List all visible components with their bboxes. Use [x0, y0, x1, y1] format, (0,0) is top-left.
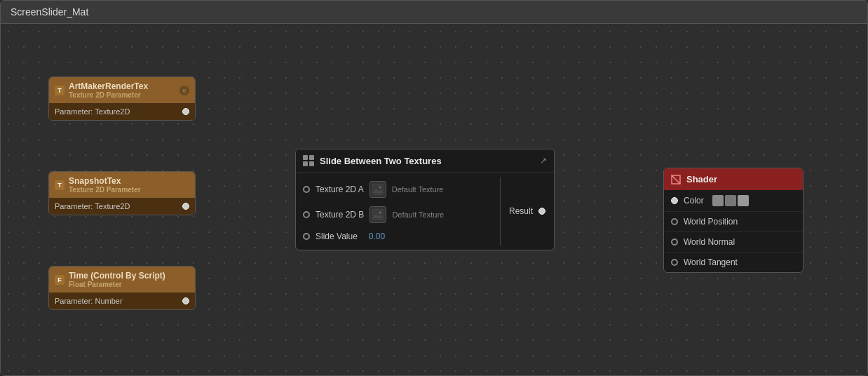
node-snapshot-subtitle: Texture 2D Parameter: [69, 186, 141, 194]
node-snapshot-icon: T: [55, 180, 65, 190]
node-artmaker-settings[interactable]: ○: [179, 86, 189, 95]
shader-world-position-connector[interactable]: [671, 218, 678, 225]
node-time-header: F Time (Control By Script) Float Paramet…: [49, 267, 195, 293]
node-time-subtitle: Float Parameter: [69, 281, 165, 288]
node-shader-header: Shader: [664, 168, 803, 190]
node-slide-input-a: Texture 2D A Default Texture: [296, 177, 500, 202]
shader-row-world-tangent: World Tangent: [664, 253, 803, 272]
shader-world-normal-connector[interactable]: [671, 239, 678, 246]
shader-row-world-position: World Position: [664, 212, 803, 232]
svg-point-5: [379, 211, 381, 214]
slide-input-b-connector[interactable]: [303, 211, 310, 218]
slide-input-b-label: Texture 2D B: [316, 210, 364, 220]
slide-input-b-texture[interactable]: [369, 206, 386, 223]
title-bar: ScreenSlider_Mat: [1, 1, 867, 24]
main-window: ScreenSlider_Mat T ArtMakerRenderTex Tex…: [0, 0, 868, 376]
color-swatch-2: [725, 195, 736, 206]
node-artmaker-header: T ArtMakerRenderTex Texture 2D Parameter…: [49, 77, 195, 103]
color-preview: [712, 195, 749, 206]
slide-input-a-connector[interactable]: [303, 186, 310, 193]
slide-input-a-texture-name: Default Texture: [392, 185, 444, 194]
slide-output-label: Result: [509, 206, 533, 216]
node-time[interactable]: F Time (Control By Script) Float Paramet…: [48, 266, 196, 310]
node-time-output: Parameter: Number: [49, 293, 195, 309]
node-slide-header: Slide Between Two Textures ↗: [296, 149, 554, 173]
slide-output-connector[interactable]: [538, 208, 545, 215]
svg-line-7: [672, 175, 680, 184]
node-slide-output: Result: [501, 173, 554, 250]
node-time-icon: F: [55, 275, 65, 285]
node-snapshot-connector[interactable]: [182, 203, 189, 210]
node-time-output-label: Parameter: Number: [55, 297, 123, 305]
svg-point-2: [379, 186, 381, 189]
slide-value-connector[interactable]: [303, 233, 310, 240]
node-snapshot-output: Parameter: Texture2D: [49, 198, 195, 215]
node-time-title: Time (Control By Script): [69, 271, 165, 281]
slide-input-a-texture[interactable]: [369, 181, 386, 198]
node-artmaker[interactable]: T ArtMakerRenderTex Texture 2D Parameter…: [48, 76, 196, 121]
node-snapshot-output-label: Parameter: Texture2D: [55, 202, 130, 210]
node-slide-input-b: Texture 2D B Default Texture: [296, 202, 500, 227]
shader-color-label: Color: [684, 196, 704, 206]
node-artmaker-output: Parameter: Texture2D: [49, 103, 195, 120]
node-artmaker-title: ArtMakerRenderTex: [69, 81, 148, 91]
grid-icon: [303, 155, 314, 166]
node-snapshot-header: T SnapshotTex Texture 2D Parameter: [49, 172, 195, 198]
slide-input-b-texture-name: Default Texture: [392, 210, 444, 219]
node-time-connector[interactable]: [182, 297, 189, 304]
node-artmaker-output-label: Parameter: Texture2D: [55, 107, 130, 116]
shader-world-position-label: World Position: [684, 217, 738, 227]
color-swatch-1: [712, 195, 724, 206]
node-artmaker-connector[interactable]: [182, 108, 189, 115]
shader-world-tangent-label: World Tangent: [684, 257, 738, 267]
node-slide-body: Texture 2D A Default Texture: [296, 173, 554, 250]
slide-value-label: Slide Value: [316, 231, 358, 241]
node-artmaker-subtitle: Texture 2D Parameter: [69, 91, 148, 99]
node-shader[interactable]: Shader Color World Position World N: [663, 168, 803, 273]
color-swatch-3: [738, 195, 749, 206]
node-shader-title: Shader: [686, 174, 717, 184]
node-slide-title: Slide Between Two Textures: [320, 156, 442, 166]
canvas-area[interactable]: T ArtMakerRenderTex Texture 2D Parameter…: [1, 24, 867, 375]
svg-rect-1: [372, 184, 384, 195]
node-artmaker-icon: T: [55, 86, 65, 95]
shader-row-color: Color: [664, 190, 803, 212]
svg-rect-4: [372, 209, 384, 220]
node-slide-value-row: Slide Value 0.00: [296, 227, 500, 246]
shader-row-world-normal: World Normal: [664, 232, 803, 253]
node-snapshot[interactable]: T SnapshotTex Texture 2D Parameter Param…: [48, 171, 196, 215]
slide-value-display[interactable]: 0.00: [369, 231, 385, 241]
expand-icon[interactable]: ↗: [540, 156, 547, 166]
shader-color-connector[interactable]: [671, 197, 678, 204]
node-slide-inputs: Texture 2D A Default Texture: [296, 173, 500, 250]
window-title: ScreenSlider_Mat: [11, 6, 88, 18]
shader-world-tangent-connector[interactable]: [671, 259, 678, 266]
node-snapshot-title: SnapshotTex: [69, 176, 141, 186]
shader-world-normal-label: World Normal: [684, 237, 735, 247]
node-slide[interactable]: Slide Between Two Textures ↗ Texture 2D …: [295, 149, 555, 250]
slide-input-a-label: Texture 2D A: [316, 184, 364, 194]
shader-header-icon: [671, 175, 681, 184]
